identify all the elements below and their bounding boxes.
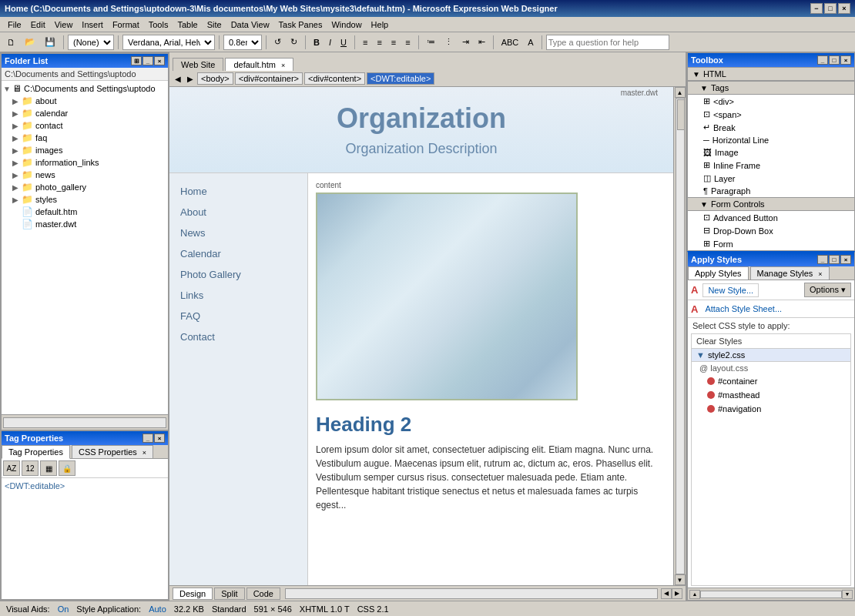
tab-defaulthtm[interactable]: default.htm ×: [225, 58, 293, 71]
menu-help[interactable]: Help: [367, 18, 394, 31]
nav-faq[interactable]: FAQ: [177, 306, 300, 326]
css-section-style2[interactable]: ▼ style2.css: [692, 348, 850, 362]
doc-hscroll-left[interactable]: ◀: [661, 588, 672, 599]
css-subsection-layout[interactable]: @ layout.css: [692, 362, 850, 374]
nav-news[interactable]: News: [177, 223, 300, 243]
tree-exp-calendar[interactable]: ▶: [12, 109, 22, 118]
open-button[interactable]: 📂: [21, 35, 39, 50]
italic-button[interactable]: I: [325, 35, 335, 50]
folder-panel-close-btn[interactable]: ×: [154, 56, 165, 65]
toolbox-div[interactable]: ⊞ <div>: [688, 95, 854, 108]
nav-home[interactable]: Home: [177, 181, 300, 202]
options-button[interactable]: Options ▾: [804, 283, 851, 297]
tree-exp-contact[interactable]: ▶: [12, 122, 22, 130]
menu-taskpanes[interactable]: Task Panes: [274, 18, 327, 31]
breadcrumb-forward[interactable]: ▶: [185, 74, 196, 84]
menu-site[interactable]: Site: [203, 18, 226, 31]
tab-split[interactable]: Split: [214, 588, 244, 600]
tab-website[interactable]: Web Site: [173, 58, 223, 71]
toolbox-form[interactable]: ⊞ Form: [688, 237, 854, 250]
tree-exp-photogallery[interactable]: ▶: [12, 183, 22, 192]
css-vscroll-track[interactable]: [700, 591, 842, 598]
apply-styles-max-btn[interactable]: □: [829, 255, 840, 264]
scroll-up-btn[interactable]: ▲: [675, 87, 686, 98]
menu-insert[interactable]: Insert: [77, 18, 108, 31]
minimize-button[interactable]: −: [810, 3, 823, 14]
tab-code[interactable]: Code: [246, 588, 280, 600]
underline-button[interactable]: U: [337, 35, 350, 50]
css-scroll-up[interactable]: ▲: [689, 590, 700, 599]
category-btn[interactable]: ▦: [40, 460, 57, 476]
tab-css-properties[interactable]: CSS Properties ×: [72, 445, 153, 458]
nav-photogallery[interactable]: Photo Gallery: [177, 264, 300, 285]
menu-window[interactable]: Window: [327, 18, 366, 31]
css-entry-navigation[interactable]: #navigation: [692, 402, 850, 416]
redo-button[interactable]: ↻: [287, 35, 301, 50]
tree-item-infolinks[interactable]: ▶ 📁 information_links: [12, 156, 166, 169]
toolbox-break[interactable]: ↵ Break: [688, 121, 854, 134]
tab-close-icon[interactable]: ×: [281, 62, 285, 69]
style-dropdown[interactable]: (None): [68, 35, 114, 50]
help-input[interactable]: [546, 35, 669, 50]
tree-item-styles[interactable]: ▶ 📁 styles: [12, 193, 166, 206]
toolbox-span[interactable]: ⊡ <span>: [688, 108, 854, 121]
tab-manage-styles[interactable]: Manage Styles ×: [750, 266, 830, 280]
attach-button[interactable]: Attach Style Sheet...: [699, 302, 787, 316]
css-list[interactable]: Clear Styles ▼ style2.css @ layout.css #…: [691, 333, 851, 586]
menu-table[interactable]: Table: [173, 18, 202, 31]
new-style-button[interactable]: New Style...: [702, 283, 759, 297]
tree-item-calendar[interactable]: ▶ 📁 calendar: [12, 107, 166, 119]
bullets-button[interactable]: ≔: [423, 35, 439, 50]
toolbox-dropdown-box[interactable]: ⊟ Drop-Down Box: [688, 224, 854, 237]
form-controls-header[interactable]: ▼ Form Controls: [688, 197, 854, 211]
outdent-button[interactable]: ⇤: [474, 35, 489, 50]
spelling-button[interactable]: ABC: [498, 35, 523, 50]
undo-button[interactable]: ↺: [270, 35, 285, 50]
tree-exp-images[interactable]: ▶: [12, 146, 22, 155]
save-button[interactable]: 💾: [41, 35, 59, 50]
tree-item-root[interactable]: ▼ 🖥 C:\Documents and Settings\uptodo: [3, 82, 166, 95]
tree-item-news[interactable]: ▶ 📁 news: [12, 169, 166, 181]
toolbox-hr[interactable]: ─ Horizontal Line: [688, 134, 854, 146]
align-left-button[interactable]: ≡: [359, 35, 371, 50]
align-justify-button[interactable]: ≡: [401, 35, 414, 50]
breadcrumb-body[interactable]: <body>: [197, 72, 233, 85]
nav-calendar[interactable]: Calendar: [177, 243, 300, 264]
folder-hscrollbar[interactable]: [3, 417, 166, 428]
apply-styles-close-btn[interactable]: ×: [840, 255, 851, 264]
scroll-down-btn[interactable]: ▼: [675, 574, 686, 585]
nav-links[interactable]: Links: [177, 285, 300, 306]
close-button[interactable]: ×: [838, 3, 850, 14]
font-dropdown[interactable]: Verdana, Arial, Helvetica, s: [122, 35, 215, 50]
tree-exp-about[interactable]: ▶: [12, 97, 22, 105]
new-button[interactable]: 🗋: [3, 35, 19, 50]
tree-exp-news[interactable]: ▶: [12, 171, 22, 179]
menu-tools[interactable]: Tools: [144, 18, 173, 31]
fontcolor-button[interactable]: A: [524, 35, 537, 50]
tags-section-header[interactable]: ▼ Tags: [688, 81, 854, 95]
folder-panel-min-btn[interactable]: _: [142, 56, 153, 65]
tree-item-about[interactable]: ▶ 📁 about: [12, 95, 166, 107]
toolbox-paragraph[interactable]: ¶ Paragraph: [688, 185, 854, 197]
css-scroll-down[interactable]: ▼: [842, 590, 853, 599]
tab-tag-properties[interactable]: Tag Properties: [2, 445, 70, 459]
tree-item-faq[interactable]: ▶ 📁 faq: [12, 132, 166, 144]
apply-styles-min-btn[interactable]: _: [817, 255, 828, 264]
tree-item-contact[interactable]: ▶ 📁 contact: [12, 119, 166, 132]
lock-btn[interactable]: 🔒: [59, 460, 75, 476]
menu-format[interactable]: Format: [108, 18, 144, 31]
folder-panel-list-btn[interactable]: ⊞: [131, 56, 142, 65]
menu-edit[interactable]: Edit: [26, 18, 50, 31]
size-dropdown[interactable]: 0.8em: [223, 35, 262, 50]
css-entry-masthead[interactable]: #masthead: [692, 388, 850, 402]
nav-about[interactable]: About: [177, 202, 300, 223]
bold-button[interactable]: B: [310, 35, 324, 50]
toolbox-iframe[interactable]: ⊞ Inline Frame: [688, 159, 854, 172]
folder-tree[interactable]: ▼ 🖥 C:\Documents and Settings\uptodo ▶ 📁…: [2, 81, 168, 414]
nav-contact[interactable]: Contact: [177, 326, 300, 347]
maximize-button[interactable]: □: [824, 3, 837, 14]
sort-az-btn[interactable]: AZ: [3, 460, 20, 476]
tree-item-photogallery[interactable]: ▶ 📁 photo_gallery: [12, 181, 166, 193]
toolbox-image[interactable]: 🖼 Image: [688, 146, 854, 159]
tag-properties-close-btn[interactable]: ×: [154, 434, 165, 443]
